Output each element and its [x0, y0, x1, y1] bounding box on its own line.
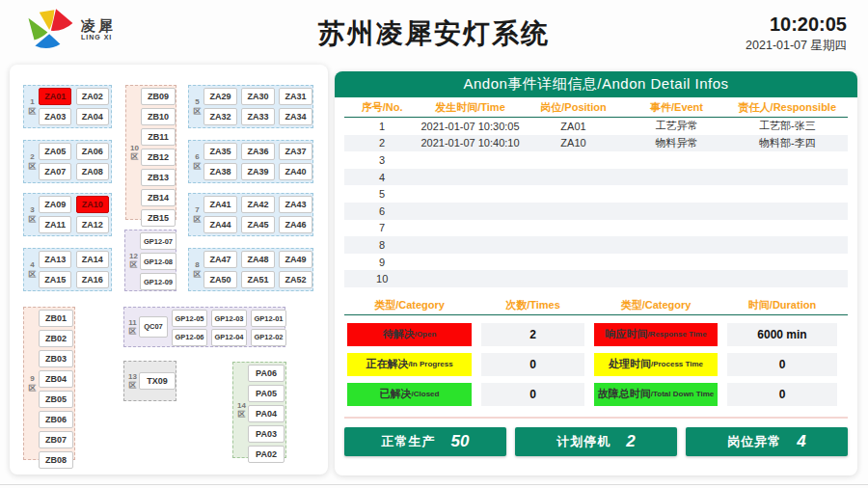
station-tile-ZA15[interactable]: ZA15	[39, 271, 71, 288]
station-tile-ZA08[interactable]: ZA08	[76, 163, 109, 180]
station-tile-ZA30[interactable]: ZA30	[241, 88, 275, 105]
station-tile-ZB06[interactable]: ZB06	[39, 411, 73, 428]
table-row[interactable]: 22021-01-07 10:40:10ZA10物料异常物料部-李四	[344, 135, 848, 152]
station-tile-ZA44[interactable]: ZA44	[203, 216, 237, 233]
station-tile-GP12-08[interactable]: GP12-08	[140, 253, 176, 270]
zone-2-box: 2区ZA05ZA06ZA07ZA08	[23, 140, 112, 183]
station-tile-ZA02[interactable]: ZA02	[76, 88, 109, 105]
table-row[interactable]: 3	[344, 151, 848, 169]
station-tile-ZA45[interactable]: ZA45	[241, 216, 275, 233]
station-tile-ZA03[interactable]: ZA03	[39, 108, 71, 125]
station-tile-ZA32[interactable]: ZA32	[203, 108, 237, 125]
station-tile-ZB12[interactable]: ZB12	[141, 149, 176, 166]
station-tile-GP12-02[interactable]: GP12-02	[251, 329, 286, 346]
station-tile-ZA51[interactable]: ZA51	[241, 271, 275, 288]
andon-detail-panel: Andon事件详细信息/Andon Detail Infos 序号/No.发生时…	[335, 71, 857, 475]
station-tile-ZB15[interactable]: ZB15	[141, 209, 176, 227]
station-tile-ZA29[interactable]: ZA29	[203, 88, 237, 105]
station-tile-PA02[interactable]: PA02	[248, 446, 285, 463]
station-tile-PA06[interactable]: PA06	[248, 365, 285, 382]
table-row[interactable]: 9	[344, 254, 848, 271]
station-tile-ZA13[interactable]: ZA13	[39, 251, 71, 268]
station-tile-GP12-05[interactable]: GP12-05	[172, 310, 207, 327]
station-tile-ZB14[interactable]: ZB14	[141, 189, 176, 206]
page-title: 苏州凌犀安灯系统	[0, 15, 868, 52]
station-tile-ZA46[interactable]: ZA46	[279, 216, 312, 233]
station-tile-ZA41[interactable]: ZA41	[203, 196, 237, 213]
station-tile-ZA50[interactable]: ZA50	[203, 271, 237, 288]
stat-value: 6000 min	[727, 323, 837, 346]
station-tile-ZA31[interactable]: ZA31	[279, 88, 312, 105]
station-tile-ZB07[interactable]: ZB07	[39, 431, 73, 448]
station-tile-QC07[interactable]: QC07	[139, 316, 168, 338]
stat-value: 0	[481, 353, 584, 376]
table-row[interactable]: 6	[344, 203, 848, 220]
station-tile-ZA10[interactable]: ZA10	[76, 196, 109, 213]
zone-7-tiles: ZA41ZA42ZA43ZA44ZA45ZA46	[203, 196, 312, 233]
station-tile-ZA11[interactable]: ZA11	[39, 216, 71, 233]
status-button-岗位异常[interactable]: 岗位异常4	[686, 427, 848, 456]
station-tile-ZA14[interactable]: ZA14	[76, 251, 109, 268]
zone-10-tiles: ZB09ZB10ZB11ZB12ZB13ZB14ZB15	[141, 88, 176, 217]
station-tile-ZA16[interactable]: ZA16	[76, 271, 109, 288]
station-tile-ZB09[interactable]: ZB09	[141, 88, 176, 105]
station-tile-ZB05[interactable]: ZB05	[39, 391, 73, 408]
table-row[interactable]: 8	[344, 236, 848, 254]
station-tile-ZA38[interactable]: ZA38	[203, 163, 237, 180]
station-tile-ZB10[interactable]: ZB10	[141, 108, 176, 125]
station-tile-GP12-09[interactable]: GP12-09	[140, 273, 176, 290]
zone-1-box: 1区ZA01ZA02ZA03ZA04	[23, 85, 112, 128]
table-row[interactable]: 7	[344, 220, 848, 237]
zone-12-box: 12区GP12-07GP12-08GP12-09	[124, 230, 176, 291]
station-tile-GP12-06[interactable]: GP12-06	[172, 329, 207, 346]
station-tile-ZA37[interactable]: ZA37	[279, 143, 312, 160]
station-tile-ZA52[interactable]: ZA52	[279, 271, 312, 288]
station-tile-PA03[interactable]: PA03	[248, 425, 285, 443]
station-tile-ZA01[interactable]: ZA01	[39, 88, 71, 105]
station-tile-ZA40[interactable]: ZA40	[279, 163, 312, 180]
table-row[interactable]: 5	[344, 185, 848, 203]
station-tile-ZA39[interactable]: ZA39	[241, 163, 275, 180]
zone-3-label: 3区	[26, 196, 39, 233]
station-tile-ZA34[interactable]: ZA34	[279, 108, 312, 125]
station-tile-ZA47[interactable]: ZA47	[203, 251, 237, 268]
zone-5-tiles: ZA29ZA30ZA31ZA32ZA33ZA34	[203, 88, 312, 125]
station-tile-ZA49[interactable]: ZA49	[279, 251, 312, 268]
detail-col-header-1: 发生时间/Time	[420, 100, 520, 115]
station-tile-ZB02[interactable]: ZB02	[39, 330, 73, 347]
station-tile-ZA43[interactable]: ZA43	[279, 196, 312, 213]
station-tile-GP12-01[interactable]: GP12-01	[251, 310, 286, 327]
station-tile-ZA48[interactable]: ZA48	[241, 251, 275, 268]
table-row[interactable]: 12021-01-07 10:30:05ZA01工艺异常工艺部-张三	[344, 118, 848, 135]
cell-no: 2	[344, 137, 420, 149]
stat-label-正在解决: 正在解决/In Progress	[347, 353, 472, 376]
station-tile-ZA04[interactable]: ZA04	[76, 108, 109, 125]
station-tile-ZB11[interactable]: ZB11	[141, 128, 176, 146]
station-tile-ZA09[interactable]: ZA09	[39, 196, 71, 213]
stat-label-响应时间: 响应时间/Response Time	[594, 323, 718, 346]
station-tile-ZA42[interactable]: ZA42	[241, 196, 275, 213]
station-tile-PA04[interactable]: PA04	[248, 405, 285, 422]
station-tile-ZA36[interactable]: ZA36	[241, 143, 275, 160]
table-row[interactable]: 10	[344, 270, 848, 287]
zone-3-tiles: ZA09ZA10ZA11ZA12	[39, 196, 109, 233]
station-tile-GP12-07[interactable]: GP12-07	[140, 232, 176, 250]
station-tile-ZA07[interactable]: ZA07	[39, 163, 71, 180]
station-tile-GP12-04[interactable]: GP12-04	[211, 329, 247, 346]
station-tile-GP12-03[interactable]: GP12-03	[211, 310, 247, 327]
status-button-计划停机[interactable]: 计划停机2	[515, 427, 677, 456]
station-tile-TX09[interactable]: TX09	[139, 372, 176, 390]
station-tile-ZB08[interactable]: ZB08	[39, 451, 73, 469]
status-button-正常生产[interactable]: 正常生产50	[344, 427, 506, 456]
station-tile-ZB04[interactable]: ZB04	[39, 370, 73, 388]
table-row[interactable]: 4	[344, 169, 848, 186]
station-tile-ZA33[interactable]: ZA33	[241, 108, 275, 125]
station-tile-ZB03[interactable]: ZB03	[39, 350, 73, 367]
station-tile-ZA05[interactable]: ZA05	[39, 143, 71, 160]
station-tile-ZA12[interactable]: ZA12	[76, 216, 109, 233]
station-tile-PA05[interactable]: PA05	[248, 385, 285, 402]
station-tile-ZB01[interactable]: ZB01	[39, 310, 73, 327]
station-tile-ZA06[interactable]: ZA06	[76, 143, 109, 160]
station-tile-ZB13[interactable]: ZB13	[141, 169, 176, 186]
station-tile-ZA35[interactable]: ZA35	[203, 143, 237, 160]
